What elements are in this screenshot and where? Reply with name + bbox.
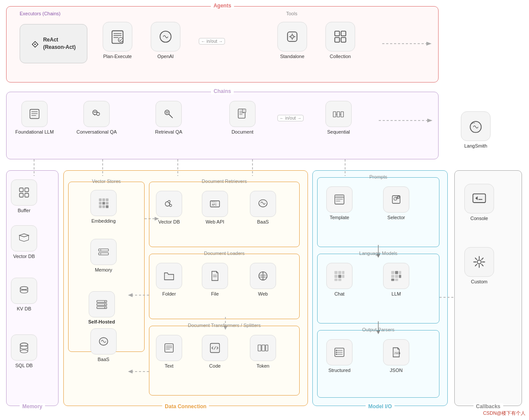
doc-loaders-inner: Document Loaders Folder	[149, 254, 300, 319]
chains-label: Chains	[211, 88, 234, 94]
vectordb-ret-label: Vector DB	[158, 219, 180, 225]
svg-rect-116	[395, 271, 398, 274]
svg-rect-9	[335, 38, 339, 42]
folder-label: Folder	[162, 291, 176, 297]
sqldb-icon	[11, 334, 37, 361]
collection-item: Collection	[325, 22, 355, 59]
conv-qa-label: Conversational QA	[76, 129, 117, 135]
svg-rect-122	[395, 279, 398, 281]
selector-item: Selector	[383, 186, 409, 220]
svg-rect-108	[338, 271, 341, 274]
llm-label: LLM	[391, 291, 401, 297]
agents-label: Agents	[211, 3, 234, 9]
file-icon	[202, 263, 228, 289]
executors-label: Executors (Chains)	[20, 11, 61, 16]
svg-rect-10	[341, 38, 346, 42]
svg-rect-117	[399, 271, 401, 274]
svg-rect-33	[337, 112, 340, 117]
vectordb-mem-icon	[11, 225, 37, 251]
openai-icon	[151, 22, 180, 52]
svg-rect-109	[342, 271, 344, 274]
svg-rect-39	[25, 188, 29, 192]
baas-ret-icon	[250, 191, 276, 217]
svg-point-71	[104, 307, 105, 308]
embedding-label: Embedding	[91, 218, 116, 224]
file-item: File	[202, 263, 228, 297]
svg-point-44	[20, 286, 28, 289]
buffer-item: Buffer	[11, 179, 37, 213]
svg-point-70	[104, 304, 105, 305]
vectordb-ret-icon	[156, 191, 182, 217]
arrow-agents-right	[382, 39, 443, 48]
conv-qa-icon	[83, 101, 110, 127]
baas-store-item: BaaS	[90, 328, 117, 362]
svg-text:JSON: JSON	[394, 351, 401, 355]
watermark: CSDN@楼下有个人	[483, 410, 526, 417]
document-label: Document	[232, 129, 253, 135]
svg-rect-63	[99, 253, 109, 255]
memory-store-item: Memory	[90, 239, 117, 273]
llm-icon	[383, 263, 409, 289]
langsmith-item: LangSmith	[461, 111, 491, 149]
sqldb-item: SQL DB	[11, 334, 37, 368]
svg-rect-41	[25, 193, 29, 197]
svg-point-22	[165, 110, 169, 115]
self-hosted-label: Self-Hosted	[88, 319, 115, 324]
svg-line-141	[481, 264, 483, 266]
svg-rect-114	[338, 279, 341, 281]
svg-point-4	[118, 38, 123, 42]
collection-icon	[325, 22, 355, 52]
structured-item: Structured	[326, 339, 353, 373]
sequential-icon	[325, 101, 352, 127]
custom-label: Custom	[471, 279, 488, 285]
chat-icon	[326, 263, 353, 289]
svg-rect-12	[30, 110, 39, 119]
doc-loaders-label: Document Loaders	[204, 251, 245, 256]
plan-execute-label: Plan-Execute	[103, 53, 131, 59]
doc-retrievers-inner: Document Retrievers Vector DB AP	[149, 182, 300, 247]
webapi-icon: API POST	[202, 191, 228, 217]
self-hosted-icon	[89, 291, 115, 317]
folder-item: Folder	[156, 263, 182, 297]
collection-label: Collection	[330, 53, 351, 59]
svg-line-143	[475, 264, 477, 266]
selector-label: Selector	[387, 214, 405, 220]
memory-section: Memory Buffer	[6, 170, 59, 406]
agents-section: Agents Executors (Chains) Tools ⟐ ReAct …	[6, 6, 439, 83]
svg-point-135	[477, 260, 481, 264]
vectordb-mem-label: Vector DB	[13, 253, 35, 259]
doc-transformers-label: Document Transformers / Splitters	[188, 323, 261, 328]
svg-rect-110	[335, 275, 338, 278]
svg-rect-65	[100, 254, 101, 255]
console-item: Console	[464, 184, 494, 221]
svg-point-47	[20, 290, 28, 293]
svg-rect-55	[106, 199, 108, 201]
retrieval-qa-item: Retrieval QA	[155, 101, 182, 135]
embedding-item: Embedding	[90, 190, 117, 224]
react-box: ⟐ ReAct (Reason-Act)	[20, 24, 87, 63]
kvdb-label: KV DB	[17, 306, 31, 312]
model-io-section: Model I/O Prompts Template	[312, 170, 448, 406]
template-label: Template	[330, 214, 349, 220]
langsmith-label: LangSmith	[464, 143, 488, 149]
prompts-label: Prompts	[370, 174, 387, 179]
svg-point-52	[20, 350, 28, 353]
standalone-item: Standalone	[277, 22, 307, 59]
svg-point-25	[167, 111, 169, 113]
svg-rect-119	[395, 275, 398, 278]
template-item: Template	[326, 186, 353, 220]
svg-rect-60	[102, 205, 105, 208]
web-item: Web	[250, 263, 276, 297]
svg-rect-107	[335, 271, 338, 274]
doc-transformers-inner: Document Transformers / Splitters Text	[149, 326, 300, 396]
svg-rect-112	[342, 275, 344, 278]
svg-rect-57	[102, 202, 105, 204]
token-label: Token	[256, 363, 269, 369]
text-label: Text	[165, 363, 173, 369]
custom-icon	[464, 247, 494, 277]
output-parsers-inner: Output Parsers Structured	[317, 330, 439, 398]
svg-rect-53	[99, 199, 102, 201]
svg-rect-7	[335, 31, 339, 36]
openai-item: OpenAI	[151, 22, 180, 59]
svg-point-17	[97, 113, 100, 116]
